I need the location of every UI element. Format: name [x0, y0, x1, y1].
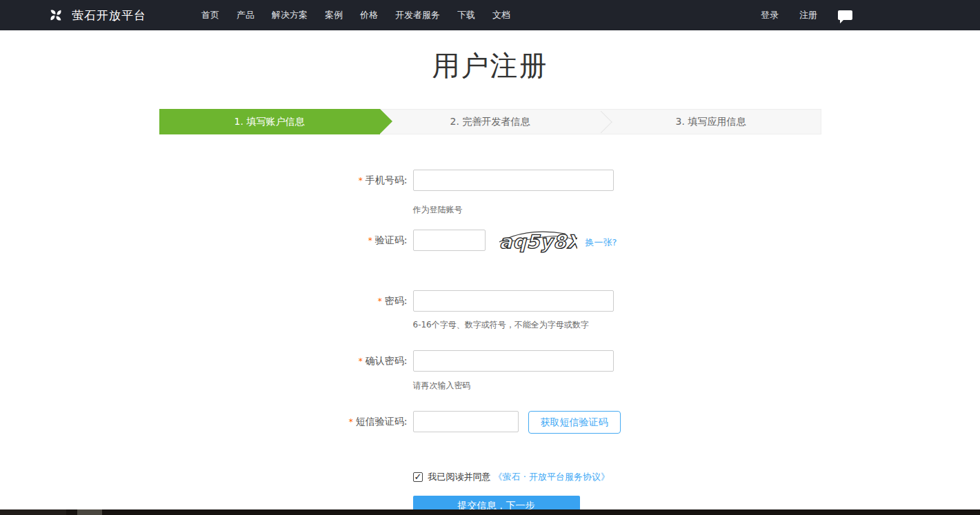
nav-item-pricing[interactable]: 价格 — [360, 9, 378, 21]
chat-bubble-icon[interactable] — [838, 10, 852, 20]
required-marker: * — [378, 296, 382, 306]
step-3-app-info: 3. 填写应用信息 — [601, 109, 821, 134]
nav-item-cases[interactable]: 案例 — [325, 9, 343, 21]
nav-item-products[interactable]: 产品 — [237, 9, 254, 21]
sms-code-label: *短信验证码: — [159, 411, 413, 433]
captcha-label: *验证码: — [159, 230, 413, 252]
sms-code-row: *短信验证码: 获取短信验证码 — [159, 411, 821, 434]
confirm-password-hint: 请再次输入密码 — [413, 381, 614, 391]
confirm-password-row: *确认密码: 请再次输入密码 — [159, 350, 821, 391]
password-input[interactable] — [413, 290, 614, 312]
captcha-text: aq5y8X — [499, 231, 577, 252]
page-title: 用户注册 — [0, 49, 980, 82]
register-link[interactable]: 注册 — [799, 9, 817, 21]
nav-item-solutions[interactable]: 解决方案 — [272, 9, 308, 21]
nav-item-docs[interactable]: 文档 — [492, 9, 510, 21]
phone-hint: 作为登陆账号 — [413, 205, 614, 215]
main-nav: 首页 产品 解决方案 案例 价格 开发者服务 下载 文档 — [201, 9, 510, 21]
confirm-password-label: *确认密码: — [159, 350, 413, 372]
required-marker: * — [368, 236, 372, 245]
captcha-row: *验证码: aq5y8X 换一张? — [159, 230, 821, 254]
registration-steps-bar: 1. 填写账户信息 2. 完善开发者信息 3. 填写应用信息 — [159, 109, 821, 134]
top-navbar: 萤石开放平台 首页 产品 解决方案 案例 价格 开发者服务 下载 文档 登录 注… — [0, 0, 980, 30]
phone-label: *手机号码: — [159, 170, 413, 192]
password-label: *密码: — [159, 290, 413, 312]
bottom-edge-bar — [0, 509, 980, 515]
brand-name: 萤石开放平台 — [72, 8, 146, 23]
confirm-password-input[interactable] — [413, 350, 614, 372]
login-link[interactable]: 登录 — [761, 9, 779, 21]
captcha-input[interactable] — [413, 230, 486, 251]
step-2-developer-info: 2. 完善开发者信息 — [380, 109, 601, 134]
captcha-refresh-link[interactable]: 换一张? — [586, 236, 617, 249]
required-marker: * — [359, 176, 363, 185]
captcha-image[interactable]: aq5y8X — [498, 228, 577, 256]
required-marker: * — [359, 356, 363, 366]
password-hint: 6-16个字母、数字或符号，不能全为字母或数字 — [413, 320, 614, 330]
phone-row: *手机号码: 作为登陆账号 — [159, 170, 821, 215]
phone-input[interactable] — [413, 170, 614, 191]
step-1-account-info: 1. 填写账户信息 — [159, 109, 380, 134]
nav-item-home[interactable]: 首页 — [201, 9, 219, 21]
required-marker: * — [349, 417, 353, 427]
sms-code-input[interactable] — [413, 411, 519, 432]
nav-item-download[interactable]: 下载 — [457, 9, 475, 21]
agreement-checkbox[interactable] — [413, 472, 423, 482]
bottom-edge-dark-segment — [0, 509, 66, 515]
service-agreement-link[interactable]: 《萤石 · 开放平台服务协议》 — [494, 471, 610, 483]
password-row: *密码: 6-16个字母、数字或符号，不能全为字母或数字 — [159, 290, 821, 330]
pinwheel-logo-icon — [47, 6, 65, 24]
agreement-text: 我已阅读并同意 — [428, 471, 491, 483]
nav-item-developer-services[interactable]: 开发者服务 — [395, 9, 440, 21]
agreement-row: 我已阅读并同意 《萤石 · 开放平台服务协议》 — [413, 471, 821, 483]
header-right-cluster: 登录 注册 — [761, 9, 852, 21]
brand-logo[interactable]: 萤石开放平台 — [47, 6, 146, 24]
get-sms-code-button[interactable]: 获取短信验证码 — [528, 411, 621, 434]
registration-form: *手机号码: 作为登陆账号 *验证码: aq5y8X 换一张? — [159, 170, 821, 515]
bottom-edge-light-segment — [77, 509, 102, 515]
